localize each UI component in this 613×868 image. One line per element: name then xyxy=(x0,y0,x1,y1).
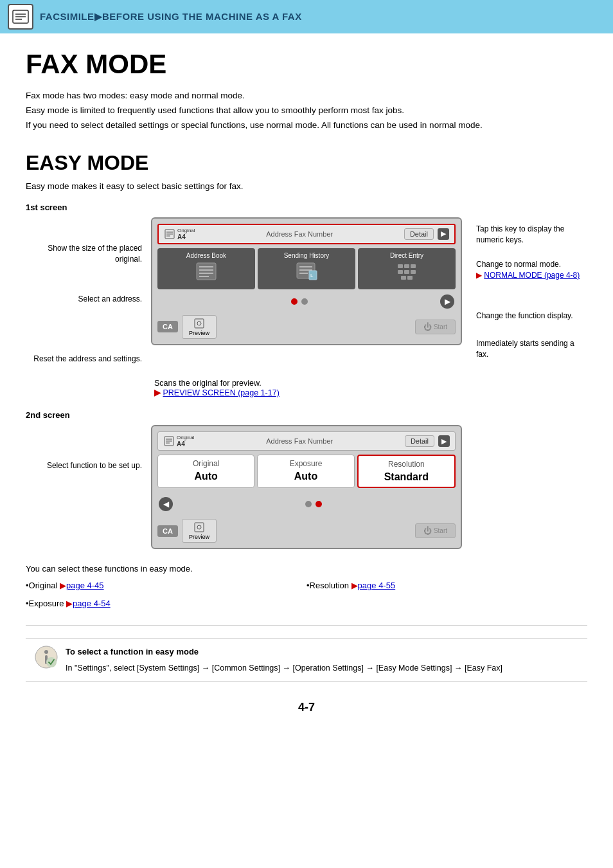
info-box: To select a function in easy mode In "Se… xyxy=(26,638,587,682)
header-icon xyxy=(8,4,33,30)
start-button[interactable]: ⏻ Start xyxy=(415,320,456,334)
dot-inactive xyxy=(301,298,308,305)
device-top-bar-2nd: Original A4 Address Fax Number Detail ▶ xyxy=(157,431,456,451)
func-exposure: •Exposure ▶page 4-54 xyxy=(26,595,306,612)
left-annotations-1st: Show the size of the placed original. Se… xyxy=(26,217,151,375)
svg-rect-21 xyxy=(411,264,416,268)
svg-rect-8 xyxy=(197,263,216,280)
device-mockup-1st: Original A4 Address Fax Number Detail ▶ … xyxy=(151,217,462,345)
resolution-button[interactable]: Resolution Standard xyxy=(357,455,456,488)
original-indicator: Original A4 xyxy=(164,228,195,240)
original-button[interactable]: Original Auto xyxy=(157,455,254,488)
svg-rect-23 xyxy=(404,270,409,274)
sending-history-label: Sending History xyxy=(260,252,353,259)
page-header: FACSIMILE▶BEFORE USING THE MACHINE AS A … xyxy=(0,0,613,33)
info-icon xyxy=(35,646,58,669)
right-annotations-1st: Tap this key to display the numeric keys… xyxy=(462,217,587,370)
prev-screen-button[interactable]: ◀ xyxy=(159,497,173,511)
dot-inactive-2nd xyxy=(305,501,312,507)
ca-button-2nd[interactable]: CA xyxy=(157,525,178,537)
original-size: A4 xyxy=(177,233,195,240)
left-annotations-2nd: Select function to be set up. xyxy=(26,425,151,482)
screen1-label: 1st screen xyxy=(26,203,587,212)
start-button-2nd[interactable]: ⏻ Start xyxy=(415,523,456,538)
address-book-label: Address Book xyxy=(160,252,253,259)
annotation-change-function: Change the function display. xyxy=(470,311,587,321)
annotation-select-address: Select an address. xyxy=(26,294,151,305)
functions-intro: You can select these functions in easy m… xyxy=(26,561,587,577)
sending-history-button[interactable]: Sending History L xyxy=(258,248,355,289)
info-text: In "Settings", select [System Settings] … xyxy=(66,662,502,674)
mode-switch-2nd[interactable]: ▶ xyxy=(438,435,450,447)
annotation-normal-mode: Change to normal mode. ▶ NORMAL MODE (pa… xyxy=(470,259,587,281)
original-link[interactable]: page 4-45 xyxy=(66,581,104,590)
svg-rect-27 xyxy=(195,319,204,328)
preview-screen-link[interactable]: PREVIEW SCREEN (page 1-17) xyxy=(163,388,279,397)
functions-grid: •Original ▶page 4-45 •Resolution ▶page 4… xyxy=(26,577,587,612)
svg-rect-33 xyxy=(195,523,204,532)
device-mockup-2nd: Original A4 Address Fax Number Detail ▶ … xyxy=(151,425,462,549)
annotation-numeric-keys: Tap this key to display the numeric keys… xyxy=(470,224,587,246)
page-number: 4-7 xyxy=(26,701,587,714)
exposure-btn-label: Exposure xyxy=(260,459,351,468)
original-label-2nd: Original xyxy=(177,435,195,440)
screen2-area: 2nd screen Select function to be set up. xyxy=(26,410,587,549)
address-fax-2nd: Address Fax Number xyxy=(199,437,401,445)
device-bottom-bar-2nd: CA Preview ⏻ Start xyxy=(157,519,456,543)
preview-button[interactable]: Preview xyxy=(182,315,217,339)
svg-rect-24 xyxy=(411,270,416,274)
svg-point-36 xyxy=(44,650,48,654)
main-content: FAX MODE Fax mode has two modes: easy mo… xyxy=(0,33,613,740)
dot-active-2nd xyxy=(315,501,322,507)
direct-entry-button[interactable]: Direct Entry xyxy=(358,248,456,289)
ca-button[interactable]: CA xyxy=(157,321,178,332)
dot-active xyxy=(291,298,298,305)
original-btn-value: Auto xyxy=(161,471,251,482)
function-buttons-2nd: Original Auto Exposure Auto Resolution S… xyxy=(157,455,456,488)
preview-label-2nd: Preview xyxy=(189,534,209,540)
start-label-2nd: Start xyxy=(434,527,447,534)
exposure-button[interactable]: Exposure Auto xyxy=(257,455,354,488)
annotation-select-function: Select function to be set up. xyxy=(26,460,151,471)
normal-mode-link[interactable]: NORMAL MODE (page 4-8) xyxy=(484,271,580,280)
svg-rect-22 xyxy=(398,270,403,274)
resolution-btn-label: Resolution xyxy=(361,460,452,469)
annotation-start-fax: Immediately starts sending a fax. xyxy=(470,338,587,360)
dots-row-2nd: ◀ xyxy=(157,493,456,515)
svg-rect-26 xyxy=(407,276,413,280)
easy-mode-title: EASY MODE xyxy=(26,151,587,175)
original-size-2nd: A4 xyxy=(177,440,195,448)
header-title: FACSIMILE▶BEFORE USING THE MACHINE AS A … xyxy=(40,11,302,23)
resolution-link[interactable]: page 4-55 xyxy=(358,581,396,590)
functions-section: You can select these functions in easy m… xyxy=(26,561,587,612)
preview-note: Scans the original for preview. ▶ PREVIE… xyxy=(154,379,587,397)
resolution-btn-value: Standard xyxy=(361,471,452,483)
annotation-reset: Reset the address and settings. xyxy=(26,354,151,365)
detail-button[interactable]: Detail xyxy=(404,228,434,240)
info-content: To select a function in easy mode In "Se… xyxy=(66,646,502,674)
original-label: Original xyxy=(177,228,195,233)
dots-row-1st: ▶ xyxy=(157,292,456,311)
easy-mode-desc: Easy mode makes it easy to select basic … xyxy=(26,181,587,191)
screen2-container: Select function to be set up. xyxy=(26,425,587,549)
start-label: Start xyxy=(434,323,447,330)
preview-button-2nd[interactable]: Preview xyxy=(182,519,217,543)
navigation-dots-2nd xyxy=(173,497,454,511)
original-btn-label: Original xyxy=(161,459,251,468)
screen1-container: Show the size of the placed original. Se… xyxy=(26,217,587,375)
exposure-link[interactable]: page 4-54 xyxy=(73,599,111,608)
info-title: To select a function in easy mode xyxy=(66,646,502,659)
svg-point-34 xyxy=(197,525,201,529)
device-2nd: Original A4 Address Fax Number Detail ▶ … xyxy=(151,425,462,549)
original-indicator-2nd: Original A4 xyxy=(163,435,195,448)
address-book-button[interactable]: Address Book xyxy=(157,248,255,289)
screen2-label: 2nd screen xyxy=(26,410,587,420)
mode-switch-button[interactable]: ▶ xyxy=(438,228,449,240)
next-screen-button[interactable]: ▶ xyxy=(440,294,454,309)
svg-point-28 xyxy=(197,321,201,325)
detail-button-2nd[interactable]: Detail xyxy=(405,435,434,447)
device-top-bar-1st: Original A4 Address Fax Number Detail ▶ xyxy=(157,224,456,244)
navigation-dots xyxy=(159,294,440,309)
page-title: FAX MODE xyxy=(26,49,587,80)
intro-text: Fax mode has two modes: easy mode and no… xyxy=(26,89,587,133)
